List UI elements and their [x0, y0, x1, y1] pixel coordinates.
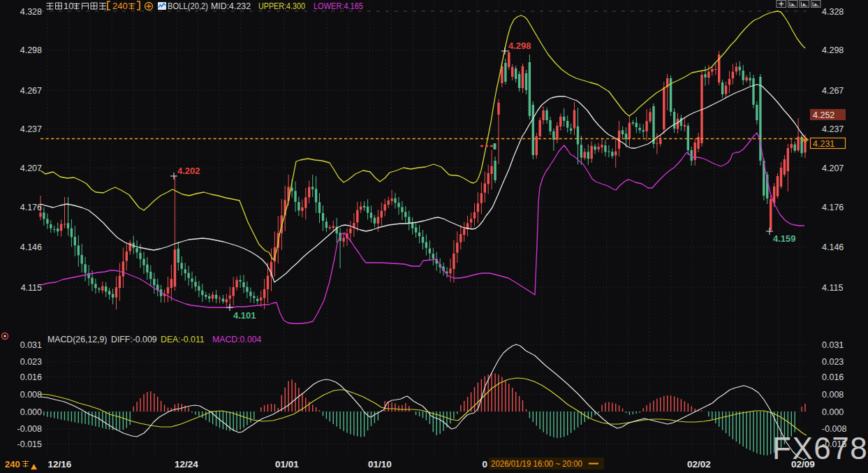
svg-text:0.000: 0.000 [20, 407, 42, 417]
svg-text:4.252: 4.252 [813, 110, 834, 120]
svg-text:0.016: 0.016 [822, 372, 844, 382]
svg-text:4.237: 4.237 [20, 124, 42, 134]
svg-text:4.328: 4.328 [20, 7, 42, 17]
svg-text:4.115: 4.115 [21, 283, 42, 293]
svg-text:BOLL(20,2): BOLL(20,2) [168, 1, 208, 11]
svg-text:0.023: 0.023 [822, 357, 844, 367]
svg-text:4.298: 4.298 [822, 45, 844, 55]
svg-text:02/09: 02/09 [791, 459, 815, 470]
svg-text:4.231: 4.231 [813, 139, 834, 149]
svg-text:02/02: 02/02 [687, 459, 711, 470]
svg-text:01/10: 01/10 [368, 459, 392, 470]
svg-text:0.016: 0.016 [20, 372, 42, 382]
svg-text:4.176: 4.176 [822, 203, 844, 212]
svg-text:0.023: 0.023 [20, 357, 42, 367]
svg-text:4.328: 4.328 [822, 7, 844, 17]
svg-text:12/16: 12/16 [48, 459, 72, 470]
svg-text:240: 240 [112, 1, 128, 11]
svg-text:4.207: 4.207 [20, 163, 42, 173]
svg-text:0: 0 [482, 459, 487, 470]
svg-text:4.298: 4.298 [20, 45, 42, 55]
svg-text:0.000: 0.000 [822, 407, 844, 417]
svg-text:10: 10 [64, 1, 73, 11]
svg-text:0.008: 0.008 [20, 390, 42, 400]
svg-text:-0.015: -0.015 [17, 439, 42, 449]
svg-text:UPPER:4.300: UPPER:4.300 [258, 1, 305, 11]
svg-text:4.267: 4.267 [20, 86, 42, 96]
svg-text:DIFF:-0.009: DIFF:-0.009 [111, 335, 157, 344]
svg-text:01/01: 01/01 [275, 459, 299, 470]
svg-text:DEA:-0.011: DEA:-0.011 [161, 335, 205, 344]
svg-text:MACD(26,12,9): MACD(26,12,9) [47, 335, 107, 344]
svg-text:4.237: 4.237 [822, 124, 844, 134]
svg-text:240: 240 [5, 459, 20, 470]
svg-text:0.008: 0.008 [822, 390, 844, 400]
svg-text:4.115: 4.115 [822, 283, 843, 293]
svg-text:0.031: 0.031 [20, 340, 42, 350]
svg-text:4.101: 4.101 [233, 310, 256, 321]
svg-text:4.146: 4.146 [20, 242, 42, 252]
svg-text:LOWER:4.165: LOWER:4.165 [314, 1, 363, 11]
svg-text:4.159: 4.159 [773, 233, 796, 244]
svg-text:-0.008: -0.008 [17, 424, 42, 434]
svg-text:12/24: 12/24 [175, 459, 198, 470]
svg-text:MID:4.232: MID:4.232 [211, 1, 251, 11]
svg-text:4.207: 4.207 [822, 163, 844, 173]
svg-text:0.031: 0.031 [822, 340, 844, 350]
svg-text:FX678: FX678 [772, 431, 868, 465]
svg-text:MACD:0.004: MACD:0.004 [212, 335, 262, 344]
svg-text:4.146: 4.146 [822, 242, 844, 252]
svg-text:4.176: 4.176 [20, 203, 42, 212]
svg-text:4.202: 4.202 [177, 166, 200, 176]
svg-text:4.298: 4.298 [508, 41, 531, 51]
svg-text:2026/01/19 16:00 ~ 20:00: 2026/01/19 16:00 ~ 20:00 [491, 458, 582, 469]
svg-text:4.267: 4.267 [822, 86, 844, 96]
